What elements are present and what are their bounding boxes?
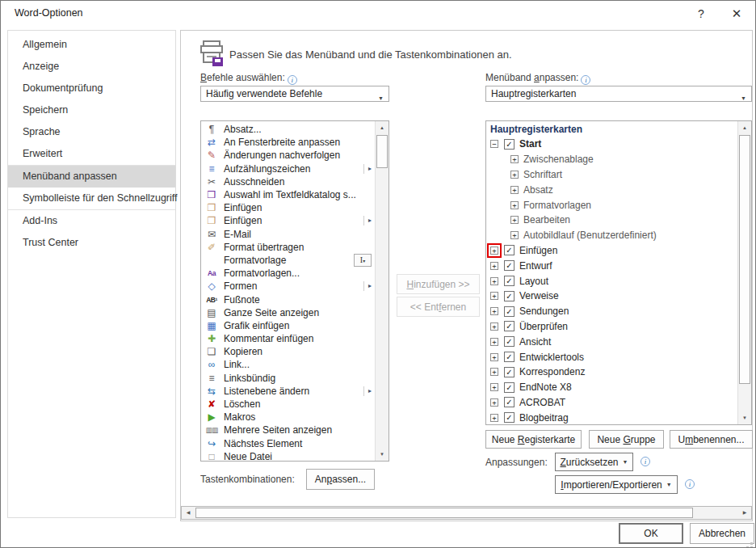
checkbox-checked[interactable]: ✓ — [504, 245, 514, 255]
checkbox-checked[interactable]: ✓ — [504, 336, 514, 347]
command-item[interactable]: ✉E-Mail — [201, 228, 374, 241]
expand-icon[interactable]: + — [490, 368, 498, 376]
tree-item[interactable]: +✓Blogbeitrag — [486, 410, 737, 425]
checkbox-checked[interactable]: ✓ — [504, 139, 514, 150]
help-icon[interactable]: ? — [689, 4, 713, 23]
tree-item[interactable]: +Schriftart — [486, 167, 737, 183]
command-item[interactable]: ↪Nächstes Element — [201, 437, 374, 450]
tree-item[interactable]: +✓Einfügen — [486, 243, 737, 259]
checkbox-checked[interactable]: ✓ — [504, 367, 514, 377]
command-item[interactable]: ▶Makros — [201, 411, 374, 424]
sidebar-item-1[interactable]: Anzeige — [8, 56, 175, 78]
command-item[interactable]: □Neue Datei — [201, 450, 374, 462]
commands-scrollbar[interactable]: ▲ ▼ — [375, 121, 388, 461]
ok-button[interactable]: OK — [619, 523, 683, 544]
tree-item[interactable]: +Autobildlauf (Benutzerdefiniert) — [486, 228, 737, 243]
checkbox-checked[interactable]: ✓ — [504, 276, 514, 286]
expand-icon[interactable]: + — [490, 353, 498, 361]
command-item[interactable]: ≡Aufzählungszeichen▸ — [201, 162, 374, 175]
command-item[interactable]: ⇆Listenebene ändern▸ — [201, 385, 374, 398]
customize-ribbon-dropdown[interactable]: Hauptregisterkarten ▼ — [485, 86, 752, 102]
rename-button[interactable]: Umbenennen... — [670, 430, 753, 449]
tree-item[interactable]: +✓Verweise — [486, 289, 737, 304]
choose-commands-dropdown[interactable]: Häufig verwendete Befehle ▼ — [200, 86, 389, 102]
expand-icon[interactable]: + — [490, 383, 498, 391]
reset-button[interactable]: Zurücksetzen ▼ — [555, 453, 633, 471]
scrollbar-thumb[interactable] — [376, 135, 388, 168]
command-item[interactable]: ❐Einfügen — [201, 201, 374, 214]
expand-icon[interactable]: + — [510, 216, 519, 224]
info-icon[interactable]: i — [640, 457, 650, 466]
import-export-button[interactable]: Importieren/Exportieren ▼ — [555, 475, 678, 494]
horizontal-scrollbar[interactable]: ◀ ▶ — [181, 506, 752, 520]
tree-item[interactable]: +Formatvorlagen — [486, 197, 737, 213]
command-item[interactable]: ¶Absatz... — [201, 123, 374, 136]
tree-item[interactable]: +✓Entwicklertools — [486, 349, 737, 365]
close-icon[interactable]: ✕ — [724, 4, 749, 23]
scroll-left-icon[interactable]: ◀ — [182, 507, 195, 519]
scroll-right-icon[interactable]: ▶ — [738, 507, 751, 519]
command-item[interactable]: ❒Auswahl im Textfeldkatalog s... — [201, 188, 374, 201]
new-group-button[interactable]: Neue Gruppe — [589, 430, 664, 449]
command-item[interactable]: ▥▥Mehrere Seiten anzeigen — [201, 424, 374, 436]
expand-icon[interactable]: + — [490, 398, 498, 407]
cancel-button[interactable]: Abbrechen — [690, 523, 754, 544]
expand-icon[interactable]: + — [490, 322, 498, 331]
tree-item[interactable]: +✓Sendungen — [486, 304, 737, 319]
command-item[interactable]: AB¹Fußnote — [201, 293, 374, 306]
remove-button[interactable]: << Entfernen — [397, 297, 480, 317]
checkbox-checked[interactable]: ✓ — [504, 412, 514, 423]
checkbox-checked[interactable]: ✓ — [504, 352, 514, 362]
tree-item[interactable]: +✓ACROBAT — [486, 395, 737, 411]
checkbox-checked[interactable]: ✓ — [504, 382, 514, 393]
sidebar-item-7[interactable]: Symbolleiste für den Schnellzugriff — [8, 188, 175, 209]
scroll-down-icon[interactable]: ▼ — [376, 448, 388, 461]
expand-icon[interactable]: + — [510, 186, 519, 194]
command-item[interactable]: ✂Ausschneiden — [201, 175, 374, 188]
tree-item[interactable]: +✓Entwurf — [486, 258, 737, 273]
tree-item[interactable]: +✓Korrespondenz — [486, 365, 737, 380]
checkbox-checked[interactable]: ✓ — [504, 291, 514, 301]
sidebar-item-9[interactable]: Trust Center — [8, 232, 175, 254]
sidebar-item-5[interactable]: Erweitert — [8, 143, 175, 165]
command-item[interactable]: FormatvorlageI▾ — [201, 254, 374, 267]
tree-item[interactable]: +✓Überprüfen — [486, 319, 737, 335]
checkbox-checked[interactable]: ✓ — [504, 306, 514, 317]
sidebar-item-6[interactable]: Menüband anpassen — [8, 166, 175, 188]
tree-item[interactable]: +Zwischenablage — [486, 152, 737, 167]
info-icon[interactable]: i — [581, 75, 590, 85]
checkbox-checked[interactable]: ✓ — [504, 321, 514, 331]
expand-icon[interactable]: + — [490, 338, 498, 346]
sidebar-item-2[interactable]: Dokumentprüfung — [8, 78, 175, 99]
expand-icon[interactable]: + — [490, 307, 498, 315]
command-item[interactable]: ⇄An Fensterbreite anpassen — [201, 136, 374, 149]
tree-scrollbar[interactable]: ▲ ▼ — [737, 121, 751, 424]
new-tab-button[interactable]: Neue Registerkarte — [485, 430, 582, 449]
tree-item[interactable]: +✓Layout — [486, 273, 737, 289]
expand-icon[interactable]: + — [490, 292, 498, 300]
command-item[interactable]: ✘Löschen — [201, 398, 374, 411]
scroll-up-icon[interactable]: ▲ — [738, 121, 751, 134]
command-item[interactable]: ▦Grafik einfügen — [201, 319, 374, 332]
tree-item[interactable]: −✓Start — [486, 137, 737, 152]
scroll-up-icon[interactable]: ▲ — [376, 121, 388, 134]
tree-item[interactable]: +Bearbeiten — [486, 213, 737, 228]
expand-icon-highlighted[interactable]: + — [490, 247, 498, 255]
tree-item[interactable]: +Absatz — [486, 182, 737, 197]
expand-icon[interactable]: + — [490, 277, 498, 285]
expand-icon[interactable]: + — [510, 231, 519, 239]
command-item[interactable]: ✐Format übertragen — [201, 241, 374, 254]
checkbox-checked[interactable]: ✓ — [504, 397, 514, 407]
command-item[interactable]: ❏Kopieren — [201, 345, 374, 358]
tree-item[interactable]: +✓Ansicht — [486, 334, 737, 349]
scroll-down-icon[interactable]: ▼ — [738, 411, 751, 424]
scrollbar-thumb[interactable] — [195, 508, 693, 518]
sidebar-item-3[interactable]: Speichern — [8, 99, 175, 121]
scrollbar-thumb[interactable] — [739, 135, 750, 384]
add-button[interactable]: Hinzufügen >> — [397, 274, 480, 294]
customize-shortcuts-button[interactable]: Anpassen... — [306, 469, 375, 490]
sidebar-item-4[interactable]: Sprache — [8, 121, 175, 143]
info-icon[interactable]: i — [288, 75, 297, 85]
command-item[interactable]: ▤Ganze Seite anzeigen — [201, 306, 374, 319]
expand-icon[interactable]: + — [510, 201, 519, 209]
